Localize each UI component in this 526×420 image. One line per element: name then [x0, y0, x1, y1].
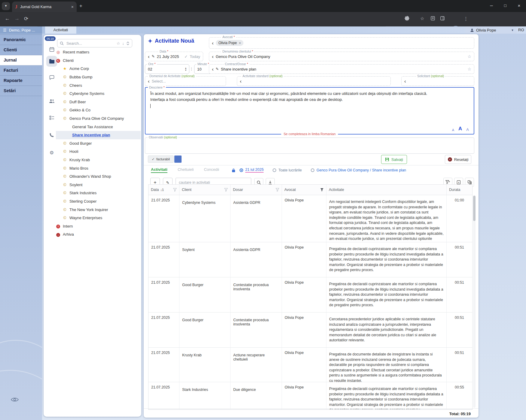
table-row-3[interactable]: 21.07.2025Good BurgerContestatie procedu…	[148, 313, 472, 348]
worklog-tab-activitati[interactable]: Activitati	[151, 167, 167, 173]
radio-icon[interactable]	[273, 168, 276, 172]
nav-item-setări[interactable]: Setări	[0, 86, 42, 96]
browser-tab[interactable]: J Jurnal Gold Karma ×	[12, 2, 77, 12]
domeniu-field[interactable]: Domeniul de Activitate (optional) ‹ Sele…	[145, 76, 226, 86]
tree-item-duff-beer[interactable]: ©Duff Beer	[56, 98, 141, 106]
favorite-star-icon[interactable]: ☆	[467, 54, 471, 59]
tasks-icon[interactable]	[46, 112, 57, 123]
new-tab-button[interactable]: +	[79, 3, 82, 9]
scope-21-iul-2025[interactable]: 21 iul 2025	[240, 168, 264, 173]
nav-item-rapoarte[interactable]: Rapoarte	[0, 76, 42, 86]
tree-item-stark-industries[interactable]: ©Stark Industries	[56, 189, 141, 197]
app-tab-activitati[interactable]: Activitati	[45, 26, 76, 34]
folder-icon[interactable]	[46, 56, 57, 67]
tree-item-the-new-york-inquirer[interactable]: ©The New York Inquirer	[56, 205, 141, 214]
tree-item-ollivander-s-wand-shop[interactable]: ©Ollivander's Wand Shop	[56, 172, 141, 181]
reset-button[interactable]: × Resetați	[445, 155, 471, 164]
user-menu-caret-icon[interactable]: ▾	[509, 27, 516, 33]
avocati-field[interactable]: Avocati * ‹ Olivia Pope ×	[209, 37, 474, 49]
window-close-button[interactable]: ×	[512, 0, 526, 11]
nav-item-clienti[interactable]: Clienti	[0, 45, 42, 55]
column-header-durata[interactable]: Durata	[447, 185, 472, 195]
tree-item-cyberdyne-systems[interactable]: ©Cyberdyne Systems	[56, 89, 141, 98]
font-size-button-2[interactable]: A	[466, 127, 469, 133]
eye-icon[interactable]	[11, 397, 19, 402]
tree-item-bubba-gump[interactable]: ©Bubba Gump	[56, 73, 141, 81]
chevron-left-icon[interactable]: ‹	[212, 67, 214, 72]
radio-icon[interactable]	[311, 168, 314, 172]
chevron-left-icon[interactable]: ‹	[212, 54, 214, 59]
pencil-icon[interactable]: ✎	[216, 67, 219, 71]
tree-item-hooli[interactable]: ©Hooli	[56, 147, 141, 156]
scope-toate-lucrările[interactable]: Toate lucrările	[273, 168, 302, 173]
worklog-tab-concedii[interactable]: Concedii	[204, 167, 219, 173]
denumirea-clientului-field[interactable]: Denumirea clientului * ‹ Genco Pura Oliv…	[209, 52, 474, 61]
tree-item-genco-pura-olive-oil-company[interactable]: ©Genco Pura Olive Oil Company	[56, 114, 141, 123]
user-menu[interactable]: Olivia Pope	[465, 26, 516, 34]
tree-item-good-burger[interactable]: ©Good Burger	[56, 139, 141, 148]
window-minimize-button[interactable]: ─	[485, 0, 498, 11]
table-row-1[interactable]: 21.07.2025SoylentAsistenta GDPROlivia Po…	[148, 242, 472, 277]
font-size-button-1[interactable]: A	[458, 125, 462, 133]
save-button[interactable]: Salvați	[381, 155, 407, 164]
descriere-textarea[interactable]: Descriere * În acest modul, am organizat…	[145, 87, 474, 134]
table-scrollbar[interactable]	[473, 195, 476, 408]
back-button[interactable]: ←	[5, 16, 10, 22]
extensions-puzzle-icon[interactable]	[405, 16, 410, 21]
side-panel-icon[interactable]	[440, 16, 445, 21]
sort-arrow-icon[interactable]: ↓	[122, 41, 124, 46]
tree-item-acme-corp[interactable]: ★Acme Corp	[56, 65, 141, 73]
tree-item-soylent[interactable]: ©Soylent	[56, 181, 141, 189]
scope-genco-pura-olive-oil-company-share-incentive-plan[interactable]: Genco Pura Olive Oil Company / Share inc…	[311, 168, 406, 173]
tree-item-arhiva[interactable]: ↓Arhiva	[56, 230, 141, 239]
chevron-left-icon[interactable]: ‹	[404, 79, 406, 84]
sort-indicator[interactable]: ↓1	[160, 188, 164, 192]
table-row-2[interactable]: 21.07.2025Good BurgerContestatie procedu…	[148, 277, 472, 313]
tree-item-cheers[interactable]: ©Cheers	[56, 81, 141, 89]
tree-item-mario-bros[interactable]: ©Mario Bros	[56, 164, 141, 172]
tree-item-krusty-krab[interactable]: ©Krusty Krab	[56, 156, 141, 164]
favorites-star-icon[interactable]: ☆	[117, 41, 120, 46]
column-header-activitate[interactable]: Activitate	[326, 185, 447, 195]
bookmark-list-icon[interactable]: ☆	[420, 16, 424, 21]
reload-button[interactable]: ⟳	[24, 16, 28, 22]
ore-stepper[interactable]: Ore * 02 ▴▾	[145, 64, 189, 74]
collapse-tree-icon[interactable]	[126, 41, 130, 45]
solicitant-field[interactable]: Solicitant (optional) ‹	[401, 76, 474, 86]
chat-icon[interactable]	[46, 72, 57, 83]
table-row-5[interactable]: 21.07.2025Stark IndustriesDue diligenceO…	[148, 382, 472, 409]
tree-item-general-tax-assistance[interactable]: General Tax Assistance	[56, 122, 141, 131]
nav-item-jurnal[interactable]: Jurnal	[0, 55, 42, 65]
avocat-chip[interactable]: Olivia Pope ×	[216, 40, 244, 46]
contacts-icon[interactable]	[46, 95, 57, 106]
window-maximize-button[interactable]: □	[498, 0, 512, 11]
table-row-0[interactable]: 21.07.2025Cyberdyne SystemsAsistenta GDP…	[148, 195, 472, 242]
chevron-left-icon[interactable]: ‹	[148, 79, 150, 84]
column-header-dosar[interactable]: Dosar	[231, 185, 282, 195]
client-search-box[interactable]: ☆ ↓	[57, 39, 132, 47]
reading-list-icon[interactable]	[430, 16, 435, 21]
phone-icon[interactable]	[46, 130, 57, 141]
nav-item-facturi[interactable]: Facturi	[0, 65, 42, 76]
tree-item-share-incentive-plan[interactable]: Share incentive plan	[56, 131, 141, 139]
activitate-standard-field[interactable]: Activitate standard (optional) ‹	[237, 76, 391, 86]
tree-item-wayne-enterprises[interactable]: ©Wayne Enterprises	[56, 214, 141, 222]
column-header-data[interactable]: Data↓1	[148, 185, 179, 195]
hamburger-icon[interactable]: ☰	[3, 28, 7, 32]
worklog-tab-cheltuieli[interactable]: Cheltuieli	[178, 167, 194, 173]
tree-item-recent-matters[interactable]: ◎Recent matters	[56, 48, 141, 56]
table-row-4[interactable]: 21.07.2025Krusty KrabActiune recuperare …	[148, 348, 472, 382]
client-search-input[interactable]	[66, 41, 115, 46]
forward-button[interactable]: →	[14, 16, 20, 22]
column-header-client[interactable]: Client	[179, 185, 231, 195]
tab-search-chevron-icon[interactable]: ▾	[2, 2, 10, 10]
workspace-switcher[interactable]: ☰ Demo, Pope ...	[0, 26, 42, 34]
chip-remove-icon[interactable]: ×	[239, 41, 241, 45]
language-selector[interactable]: RO	[518, 26, 524, 34]
radio-icon[interactable]	[240, 168, 243, 172]
tab-close-icon[interactable]: ×	[71, 5, 74, 9]
today-button[interactable]: Today	[190, 54, 200, 59]
ore-spinner[interactable]: ▴▾	[185, 67, 186, 71]
facturabil-toggle-square[interactable]	[174, 156, 182, 163]
favorite-star-icon[interactable]: ☆	[467, 67, 471, 71]
